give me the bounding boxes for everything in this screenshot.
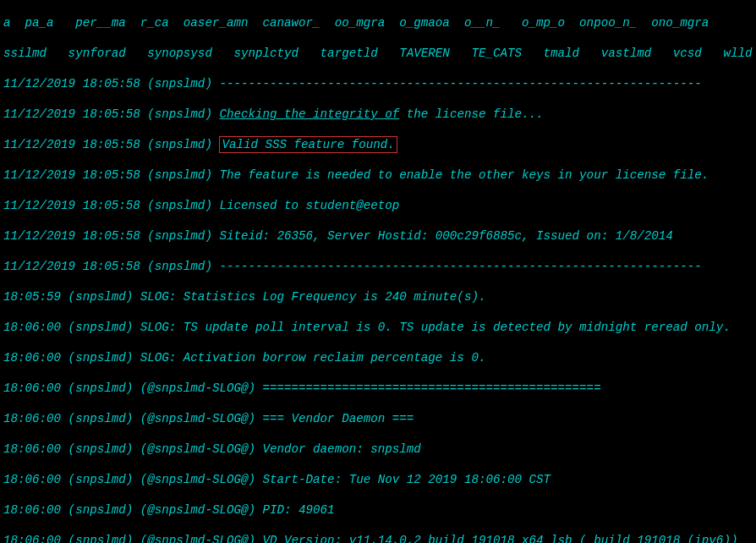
- log-text: 11/12/2019 18:05:58 (snpslmd): [3, 107, 219, 121]
- log-line: 11/12/2019 18:05:58 (snpslmd) ----------…: [3, 76, 753, 91]
- log-line: 11/12/2019 18:05:58 (snpslmd) Valid SSS …: [3, 137, 753, 152]
- log-line: 11/12/2019 18:05:58 (snpslmd) Siteid: 26…: [3, 228, 753, 244]
- log-line: 18:06:00 (snpslmd) (@snpslmd-SLOG@) PID:…: [3, 502, 753, 518]
- highlight-box: Valid SSS feature found.: [219, 136, 397, 153]
- log-line: 18:06:00 (snpslmd) (@snpslmd-SLOG@) Star…: [3, 472, 753, 487]
- log-line: 11/12/2019 18:05:58 (snpslmd) The featur…: [3, 167, 753, 183]
- log-line: 18:06:00 (snpslmd) SLOG: Activation borr…: [3, 350, 753, 365]
- log-line: 18:06:00 (snpslmd) (@snpslmd-SLOG@) Vend…: [3, 442, 753, 457]
- log-line: 18:06:00 (snpslmd) SLOG: TS update poll …: [3, 320, 753, 335]
- log-line: 18:05:59 (snpslmd) SLOG: Statistics Log …: [3, 289, 753, 304]
- terminal-output: a pa_a per__ma r_ca oaser_amn canawor_ o…: [0, 0, 756, 543]
- log-text: ----------------------------------------…: [219, 77, 701, 90]
- log-line: 11/12/2019 18:05:58 (snpslmd) Licensed t…: [3, 198, 753, 213]
- log-line: 18:06:00 (snpslmd) (@snpslmd-SLOG@) ====…: [3, 381, 753, 396]
- log-line: 18:06:00 (snpslmd) (@snpslmd-SLOG@) VD V…: [3, 533, 753, 543]
- log-line: ssilmd synforad synopsysd synplctyd targ…: [3, 46, 753, 61]
- log-text: the license file...: [399, 107, 543, 121]
- underlined-text: Checking the integrity of: [219, 107, 399, 121]
- log-text: 11/12/2019 18:05:58 (snpslmd): [3, 138, 219, 151]
- log-line: a pa_a per__ma r_ca oaser_amn canawor_ o…: [3, 15, 753, 30]
- log-text: 11/12/2019 18:05:58 (snpslmd): [3, 77, 219, 90]
- log-line: 11/12/2019 18:05:58 (snpslmd) Checking t…: [3, 107, 753, 122]
- log-line: 11/12/2019 18:05:58 (snpslmd) ----------…: [3, 259, 753, 274]
- log-line: 18:06:00 (snpslmd) (@snpslmd-SLOG@) === …: [3, 411, 753, 426]
